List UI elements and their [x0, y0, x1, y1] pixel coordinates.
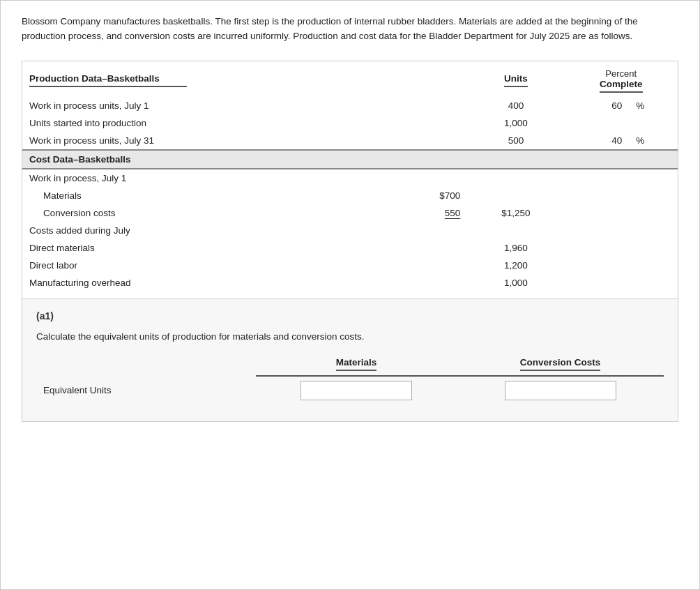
equivalent-units-table: Materials Conversion Costs Equivalent Un… — [36, 354, 664, 404]
row-pct-sign: % — [629, 132, 678, 150]
row-value: 550 — [386, 204, 467, 222]
row-label: Work in process units, July 31 — [22, 132, 386, 150]
row-label: Units started into production — [22, 114, 386, 132]
table-row: Materials $700 — [22, 187, 678, 204]
row-label: Conversion costs — [22, 204, 386, 222]
main-table-area: Production Data–Basketballs Units Percen… — [22, 61, 678, 299]
materials-header: Materials — [256, 354, 457, 376]
conversion-input-cell — [457, 376, 664, 404]
row-pct-sign: % — [629, 97, 678, 114]
page-wrapper: Blossom Company manufactures basketballs… — [0, 0, 700, 590]
table-row: Direct labor 1,200 — [22, 257, 678, 274]
row-value: 1,200 — [467, 257, 564, 274]
materials-input[interactable] — [300, 381, 412, 400]
row-label: Direct materials — [22, 239, 386, 257]
spacer-row — [22, 292, 678, 298]
prod-header-label: Production Data–Basketballs — [22, 61, 386, 97]
percent-complete-header: Percent Complete — [565, 61, 678, 97]
table-row: Work in process units, July 1 400 60 % — [22, 97, 678, 114]
table-row: Work in process, July 1 — [22, 169, 678, 187]
row-percent: 40 — [565, 132, 630, 150]
row-total: $1,250 — [467, 204, 564, 222]
row-units: 1,000 — [467, 114, 564, 132]
materials-input-cell — [256, 376, 457, 404]
section-a1-label: (a1) — [36, 310, 664, 322]
table-row: Manufacturing overhead 1,000 — [22, 274, 678, 292]
row-label: Direct labor — [22, 257, 386, 274]
bottom-section: (a1) Calculate the equivalent units of p… — [22, 299, 678, 422]
table-row: Direct materials 1,960 — [22, 239, 678, 257]
equiv-units-label: Equivalent Units — [36, 376, 256, 404]
production-table: Production Data–Basketballs Units Percen… — [22, 61, 678, 298]
row-value: 1,960 — [467, 239, 564, 257]
cost-data-label: Cost Data–Basketballs — [22, 150, 678, 169]
equivalent-units-row: Equivalent Units — [36, 376, 664, 404]
equiv-header-row: Materials Conversion Costs — [36, 354, 664, 376]
row-label: Manufacturing overhead — [22, 274, 386, 292]
table-header-row: Production Data–Basketballs Units Percen… — [22, 61, 678, 97]
cost-data-header: Cost Data–Basketballs — [22, 150, 678, 169]
row-label: Costs added during July — [22, 222, 386, 239]
row-value: 1,000 — [467, 274, 564, 292]
empty-header — [36, 354, 256, 376]
row-units: 400 — [467, 97, 564, 114]
conversion-costs-input[interactable] — [505, 381, 616, 400]
row-value: $700 — [386, 187, 467, 204]
calc-instruction: Calculate the equivalent units of produc… — [36, 331, 664, 342]
units-header: Units — [467, 61, 564, 97]
row-label: Work in process units, July 1 — [22, 97, 386, 114]
intro-paragraph: Blossom Company manufactures basketballs… — [22, 15, 678, 44]
conversion-costs-header: Conversion Costs — [457, 354, 664, 376]
table-row: Conversion costs 550 $1,250 — [22, 204, 678, 222]
row-units: 500 — [467, 132, 564, 150]
row-label: Materials — [22, 187, 386, 204]
table-row: Work in process units, July 31 500 40 % — [22, 132, 678, 150]
table-row: Costs added during July — [22, 222, 678, 239]
table-row: Units started into production 1,000 — [22, 114, 678, 132]
row-label: Work in process, July 1 — [22, 169, 386, 187]
row-percent: 60 — [565, 97, 630, 114]
